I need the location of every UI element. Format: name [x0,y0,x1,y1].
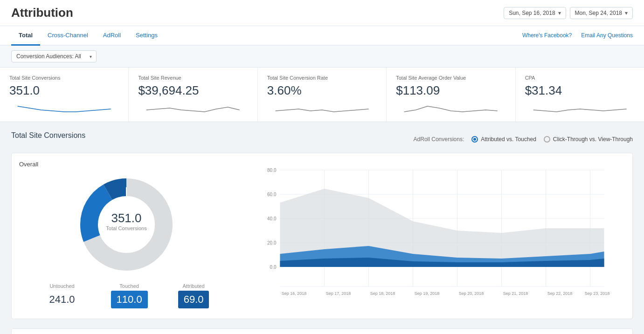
email-questions-link[interactable]: Email Any Questions [581,32,633,39]
radio-attributed-vs-touched[interactable]: Attributed vs. Touched [471,136,536,143]
date-end-picker[interactable]: Mon, Sep 24, 2018 ▾ [570,7,633,19]
donut-center-label: Total Conversions [106,225,147,231]
stat-touched: Touched 110.0 [111,283,148,308]
kpi-label-avg-order: Total Site Average Order Value [396,75,506,81]
filter-bar: Conversion Audiences: All [0,46,644,68]
nav-links: Where's Facebook? Email Any Questions [522,27,633,44]
area-chart-section: 80.0 60.0 40.0 20.0 0.0 Sep 16, 2018 Sep… [234,161,625,311]
svg-text:60.0: 60.0 [267,192,277,197]
adroll-conversions-controls: AdRoll Conversions: Attributed vs. Touch… [414,136,633,143]
radio-label-attributed: Attributed vs. Touched [481,136,536,143]
svg-text:Sep 18, 2018: Sep 18, 2018 [370,291,395,296]
radio-label-clickthrough: Click-Through vs. View-Through [553,136,633,143]
chevron-down-icon: ▾ [625,10,628,16]
chevron-down-icon: ▾ [558,10,561,16]
svg-text:Sep 22, 2018: Sep 22, 2018 [547,291,573,296]
tab-total[interactable]: Total [11,26,40,46]
svg-text:Sep 21, 2018: Sep 21, 2018 [503,291,528,296]
header-left: Attribution [11,6,73,20]
svg-text:Sep 16, 2018: Sep 16, 2018 [282,291,307,296]
sparkline-conversions [9,102,119,118]
kpi-label-conversions: Total Site Conversions [9,75,119,81]
kpi-label-cpa: CPA [525,75,635,81]
overall-label: Overall [19,161,234,168]
kpi-value-avg-order: $113.09 [396,83,506,98]
radio-dot-filled [471,136,478,143]
nav-tabs: Total Cross-Channel AdRoll Settings [11,26,165,45]
touched-label: Touched [111,283,148,289]
sparkline-conversion-rate [267,102,377,118]
kpi-value-revenue: $39,694.25 [138,83,248,98]
kpi-card-conversion-rate: Total Site Conversion Rate 3.60% [258,68,387,122]
svg-text:20.0: 20.0 [267,240,277,245]
date-start-picker[interactable]: Sun, Sep 16, 2018 ▾ [504,7,566,19]
svg-text:Sep 19, 2018: Sep 19, 2018 [415,291,440,296]
svg-text:40.0: 40.0 [267,216,277,221]
donut-center-value: 351.0 [111,211,141,225]
page-header: Attribution Sun, Sep 16, 2018 ▾ Mon, Sep… [0,0,644,26]
navigation: Total Cross-Channel AdRoll Settings Wher… [0,26,644,46]
svg-text:80.0: 80.0 [267,168,277,173]
untouched-value: 241.0 [44,291,81,308]
wheres-facebook-link[interactable]: Where's Facebook? [522,32,572,39]
kpi-card-conversions: Total Site Conversions 351.0 [0,68,129,122]
untouched-label: Untouched [44,283,81,289]
chart-section-title: Total Site Conversions [11,131,85,140]
tab-cross-channel[interactable]: Cross-Channel [40,26,96,46]
stat-attributed: Attributed 69.0 [178,283,209,308]
conversion-audiences-select-wrap: Conversion Audiences: All [11,50,97,62]
svg-text:0.0: 0.0 [270,265,277,270]
svg-text:Sep 17, 2018: Sep 17, 2018 [326,291,351,296]
sparkline-cpa [525,102,635,118]
sparkline-avg-order [396,102,506,118]
main-content: Total Site Conversions AdRoll Conversion… [0,122,644,334]
donut-stats: Untouched 241.0 Touched 110.0 Attributed… [19,283,234,308]
conversion-audiences-select[interactable]: Conversion Audiences: All [11,50,97,62]
touched-value: 110.0 [111,291,148,308]
kpi-card-cpa: CPA $31.34 [516,68,644,122]
adroll-conversions-label: AdRoll Conversions: [414,136,464,143]
date-end-label: Mon, Sep 24, 2018 [575,10,622,16]
main-chart-section: Overall 351.0 Total Conversions [11,153,633,319]
header-right: Sun, Sep 16, 2018 ▾ Mon, Sep 24, 2018 ▾ [504,7,633,19]
date-start-label: Sun, Sep 16, 2018 [509,10,555,16]
svg-text:Sep 23, 2018: Sep 23, 2018 [585,291,610,296]
area-chart-svg: 80.0 60.0 40.0 20.0 0.0 Sep 16, 2018 Sep… [238,161,625,310]
radio-dot-empty [544,136,550,143]
chart-body: Overall 351.0 Total Conversions [12,153,632,319]
svg-text:Sep 20, 2018: Sep 20, 2018 [459,291,484,296]
donut-section: Overall 351.0 Total Conversions [19,161,234,311]
bottom-section: Total Site Conversions By: Total Site Co… [11,328,633,334]
donut-container: 351.0 Total Conversions [19,173,234,276]
kpi-row: Total Site Conversions 351.0 Total Site … [0,68,644,122]
kpi-value-conversion-rate: 3.60% [267,83,377,98]
tab-adroll[interactable]: AdRoll [96,26,128,46]
page-title: Attribution [11,6,73,20]
kpi-value-cpa: $31.34 [525,83,635,98]
sparkline-revenue [138,102,248,118]
donut-chart-svg: 351.0 Total Conversions [75,173,178,276]
radio-clickthrough-vs-viewthrough[interactable]: Click-Through vs. View-Through [544,136,633,143]
attributed-value: 69.0 [178,291,209,308]
kpi-card-avg-order: Total Site Average Order Value $113.09 [387,68,515,122]
attributed-label: Attributed [178,283,209,289]
stat-untouched: Untouched 241.0 [44,283,81,308]
kpi-label-conversion-rate: Total Site Conversion Rate [267,75,377,81]
chart-section-header: Total Site Conversions AdRoll Conversion… [11,131,633,147]
kpi-value-conversions: 351.0 [9,83,119,98]
kpi-label-revenue: Total Site Revenue [138,75,248,81]
tab-settings[interactable]: Settings [128,26,165,46]
kpi-card-revenue: Total Site Revenue $39,694.25 [129,68,257,122]
